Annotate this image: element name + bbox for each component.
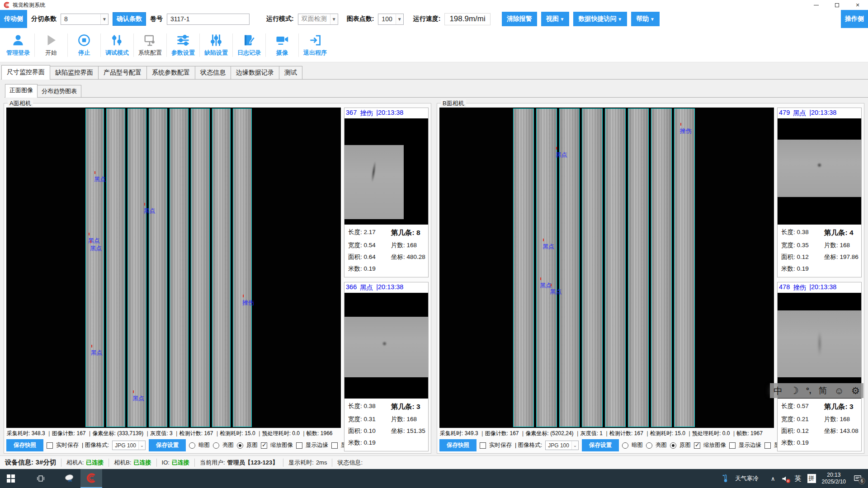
confirm-strip-count-button[interactable]: 确认条数: [113, 12, 146, 26]
save-settings-button[interactable]: 保存设置: [149, 439, 186, 451]
hidden-icons-chevron[interactable]: ∧: [771, 475, 775, 482]
thumbnail-material: [778, 140, 861, 197]
original-image-radio[interactable]: [237, 442, 243, 449]
maximize-button[interactable]: [826, 0, 847, 10]
tab-status-info[interactable]: 状态信息: [195, 66, 231, 79]
view-menu-button[interactable]: 视图: [541, 12, 570, 26]
close-button[interactable]: ✕: [847, 0, 868, 10]
taskbar-clock[interactable]: 20:13 2025/2/10: [822, 472, 846, 485]
defect-thumbnail: [344, 293, 428, 399]
show-edges-checkbox[interactable]: [296, 442, 302, 449]
realtime-save-label: 实时保存: [56, 441, 79, 449]
camera-image-b[interactable]: 挫伤黑点黑点黑点黑点: [439, 108, 774, 428]
dark-image-radio[interactable]: [189, 442, 195, 449]
iconbar-system-config-button[interactable]: 系统配置: [134, 33, 166, 57]
defect-card[interactable]: 367 挫伤 |20:13:38 长度: 2.17 第几条: 8 宽度: 0.5…: [344, 108, 429, 277]
iconbar-log-button[interactable]: 日志记录: [233, 33, 265, 57]
language-indicator[interactable]: 英: [795, 474, 802, 483]
task-view-button[interactable]: [30, 469, 52, 488]
defect-label: 黑点: [542, 243, 554, 251]
maximize-icon: [835, 3, 839, 7]
status-info: 状态信息:: [332, 459, 368, 467]
defect-thumbnail: [778, 293, 861, 399]
defect-card[interactable]: 478 挫伤 |20:13:38 长度: 0.57 第几条: 3 宽度: 0.2…: [777, 282, 862, 452]
roll-number-input[interactable]: 3117-1: [167, 14, 250, 25]
iconbar-debug-sliders-button[interactable]: 调试模式: [101, 33, 133, 57]
show-strips-checkbox[interactable]: [764, 442, 771, 449]
weather-text[interactable]: 天气寒冷: [735, 474, 759, 483]
tab-test[interactable]: 测试: [279, 66, 302, 79]
volume-muted-icon[interactable]: ✕: [781, 475, 789, 483]
ime-settings-gear-icon[interactable]: ⚙: [851, 386, 860, 395]
ime-punctuation-toggle[interactable]: °,: [806, 387, 811, 394]
chart-points-label: 图表点数:: [347, 15, 374, 23]
log-icon: [242, 33, 256, 47]
help-menu-button[interactable]: 帮助: [631, 12, 660, 26]
iconbar-camera-button[interactable]: 摄像: [266, 33, 298, 57]
start-button[interactable]: [0, 469, 22, 488]
show-edges-checkbox[interactable]: [729, 442, 736, 449]
dark-image-radio[interactable]: [622, 442, 628, 449]
vision-app-icon: [86, 473, 96, 483]
tab-size-monitor[interactable]: 尺寸监控界面: [1, 65, 50, 79]
bright-image-radio[interactable]: [213, 442, 219, 449]
camera-image-a[interactable]: 黑点黑点黑点黑点挫伤黑点黑点: [6, 108, 341, 428]
main-content: A面相机 黑点黑点黑点黑点挫伤黑点黑点 采集耗时: 348.3 ｜图像计数: 1…: [0, 98, 868, 455]
icon-toolbar: 管理登录开始停止调试模式系统配置参数设置缺陷设置日志记录摄像退出程序: [0, 28, 868, 62]
defect-card[interactable]: 479 黑点 |20:13:38 长度: 0.38 第几条: 4 宽度: 0.3…: [777, 108, 862, 277]
realtime-save-checkbox[interactable]: [480, 442, 486, 449]
save-settings-button[interactable]: 保存设置: [582, 439, 619, 451]
clear-alarm-button[interactable]: 清除报警: [502, 12, 537, 26]
transmission-side-button[interactable]: 传动侧: [0, 10, 27, 28]
image-format-select[interactable]: JPG 100 ⌄: [545, 441, 579, 450]
clock-time: 20:13: [827, 472, 840, 478]
iconbar-defect-sliders-button[interactable]: 缺陷设置: [200, 33, 232, 57]
tab-product-config[interactable]: 产品型号配置: [98, 66, 147, 79]
ime-halfwidth-moon-icon[interactable]: ☽: [790, 386, 799, 396]
zoom-image-checkbox[interactable]: [261, 442, 267, 449]
original-image-radio[interactable]: [670, 442, 676, 449]
defect-label: 挫伤: [242, 299, 254, 307]
taskbar-vision-app[interactable]: [80, 469, 102, 488]
subtab-front-image[interactable]: 正面图像: [5, 84, 38, 97]
defect-label: 黑点: [556, 151, 567, 159]
taskbar-snipping-tool[interactable]: ✂: [59, 469, 80, 488]
tab-defect-monitor[interactable]: 缺陷监控界面: [50, 66, 99, 79]
defect-label: 黑点: [94, 175, 106, 183]
data-quick-access-button[interactable]: 数据快捷访问: [573, 12, 627, 26]
windows-logo-icon: [7, 474, 15, 483]
run-mode-select[interactable]: 双面检测 ▼: [298, 14, 338, 25]
iconbar-param-sliders-button[interactable]: 参数设置: [167, 33, 199, 57]
strip-count-select[interactable]: 8 ▼: [61, 14, 108, 25]
ime-indicator[interactable]: 拼: [807, 474, 816, 483]
subtab-distribution-chart[interactable]: 分布趋势图表: [37, 85, 81, 97]
save-snapshot-button[interactable]: 保存快照: [6, 439, 43, 451]
defect-time: |20:13:38: [809, 109, 836, 118]
iconbar-user-button[interactable]: 管理登录: [2, 33, 34, 57]
thumbnail-material: [344, 317, 428, 377]
window-title: 视觉检测系统: [13, 1, 45, 9]
image-format-select[interactable]: JPG 100 ⌄: [112, 441, 146, 450]
notification-center-button[interactable]: 6: [852, 474, 863, 483]
ime-chinese-mode[interactable]: 中: [774, 386, 783, 395]
iconbar-stop-button[interactable]: 停止: [68, 33, 100, 57]
defect-card[interactable]: 366 黑点 |20:13:38 长度: 0.38 第几条: 3 宽度: 0.3…: [344, 282, 429, 452]
ime-simplified-toggle[interactable]: 简: [818, 386, 827, 395]
save-snapshot-button[interactable]: 保存快照: [439, 439, 476, 451]
bright-image-radio[interactable]: [646, 442, 652, 449]
iconbar-exit-button[interactable]: 退出程序: [299, 33, 331, 57]
tab-system-params[interactable]: 系统参数配置: [146, 66, 195, 79]
defect-type: 黑点: [793, 109, 806, 118]
minimize-button[interactable]: [806, 0, 826, 10]
run-speed-label: 运行速度:: [413, 15, 441, 23]
show-strips-checkbox[interactable]: [331, 442, 338, 449]
chart-points-select[interactable]: 100 ▼: [378, 14, 403, 25]
zoom-image-checkbox[interactable]: [694, 442, 700, 449]
svg-text:✂: ✂: [68, 478, 72, 483]
tab-edge-data[interactable]: 边缘数据记录: [231, 66, 279, 79]
operation-side-button[interactable]: 操作侧: [841, 10, 868, 28]
realtime-save-checkbox[interactable]: [47, 442, 53, 449]
iconbar-play-button[interactable]: 开始: [35, 33, 67, 57]
iconbar-label: 参数设置: [171, 49, 195, 57]
ime-emoji-icon[interactable]: ☺: [835, 386, 844, 395]
